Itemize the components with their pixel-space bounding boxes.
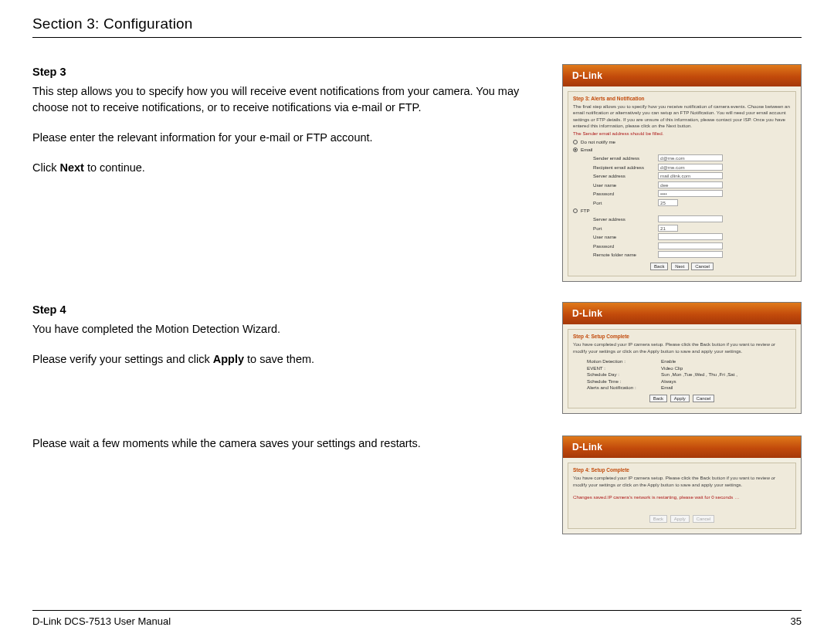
step4-text: Step 4 You have completed the Motion Det… — [32, 302, 548, 414]
step3-screenshot: D-Link Step 3: Alerts and Notification T… — [562, 64, 802, 282]
field-label: User name — [593, 182, 653, 188]
step3-panel: Step 3: Alerts and Notification The fina… — [568, 91, 796, 276]
summary-key: Alerts and Notification : — [587, 385, 655, 390]
brand-logo: D-Link — [572, 442, 602, 452]
cancel-button: Cancel — [693, 515, 715, 523]
field-label: Password — [593, 243, 653, 249]
section-header: Section 3: Configuration — [32, 15, 802, 38]
button-row: Back Next Cancel — [573, 263, 791, 270]
step3-p3: Click Next to continue. — [32, 160, 548, 176]
button-row: Back Apply Cancel — [573, 395, 791, 402]
step4-screenshot: D-Link Step 4: Setup Complete You have c… — [562, 302, 802, 414]
restart-message: Changes saved.IP camera's network is res… — [573, 494, 791, 500]
brand-logo: D-Link — [572, 308, 602, 319]
restart-p1: Please wait a few moments while the came… — [32, 436, 548, 452]
restart-panel: Step 4: Setup Complete You have complete… — [568, 463, 796, 529]
field-label: Server address — [593, 216, 653, 222]
apply-button[interactable]: Apply — [670, 395, 690, 402]
step3-p2: Please enter the relevant information fo… — [32, 130, 548, 146]
recipient-email-input[interactable]: d@me.com — [658, 164, 723, 171]
field-label: Password — [593, 191, 653, 196]
ftp-password-input[interactable] — [658, 242, 723, 249]
brand-bar: D-Link — [563, 303, 801, 324]
back-button[interactable]: Back — [650, 263, 668, 270]
panel-intro: The final step allows you to specify how… — [573, 103, 791, 129]
step3-block: Step 3 This step allows you to specify h… — [32, 64, 802, 282]
email-password-input[interactable]: •••• — [658, 190, 723, 197]
summary-key: Motion Detection : — [587, 358, 655, 364]
radio-icon — [573, 147, 578, 152]
step4-p1: You have completed the Motion Detection … — [32, 321, 548, 337]
restart-text: Please wait a few moments while the came… — [32, 436, 548, 534]
step4-block: Step 4 You have completed the Motion Det… — [32, 302, 802, 414]
field-label: Recipient email address — [593, 164, 653, 170]
summary-value: Enable — [661, 358, 676, 364]
restart-block: Please wait a few moments while the came… — [32, 436, 802, 534]
brand-logo: D-Link — [572, 70, 602, 81]
step4-panel: Step 4: Setup Complete You have complete… — [568, 329, 796, 408]
button-row: Back Apply Cancel — [573, 515, 791, 523]
back-button[interactable]: Back — [649, 395, 667, 402]
summary-value: Video Clip — [661, 365, 683, 371]
next-button[interactable]: Next — [671, 263, 688, 270]
email-group: Sender email addressd@me.com Recipient e… — [579, 154, 791, 206]
field-label: Sender email address — [593, 155, 653, 161]
ftp-port-input[interactable]: 21 — [658, 225, 678, 232]
panel-intro: You have completed your IP camera setup.… — [573, 475, 791, 488]
apply-button: Apply — [670, 515, 690, 523]
summary-value: Always — [661, 378, 676, 384]
opt-ftp[interactable]: FTP — [573, 208, 791, 213]
page-footer: D-Link DCS-7513 User Manual 35 — [32, 610, 802, 627]
step3-text: Step 3 This step allows you to specify h… — [32, 64, 548, 282]
email-user-input[interactable]: dee — [658, 181, 723, 188]
summary-value: Sun ,Mon ,Tue ,Wed , Thu ,Fri ,Sat , — [661, 371, 737, 377]
summary-value: Email — [661, 385, 673, 390]
field-label: Port — [593, 200, 653, 205]
panel-title: Step 4: Setup Complete — [573, 334, 791, 339]
manual-page: Section 3: Configuration Step 3 This ste… — [0, 0, 834, 644]
brand-bar: D-Link — [563, 65, 801, 86]
back-button: Back — [649, 515, 667, 523]
panel-intro: You have completed your IP camera setup.… — [573, 341, 791, 354]
summary-key: EVENT : — [587, 365, 655, 371]
email-port-input[interactable]: 25 — [658, 199, 678, 206]
panel-title: Step 4: Setup Complete — [573, 467, 791, 473]
cancel-button[interactable]: Cancel — [691, 263, 714, 270]
cancel-button[interactable]: Cancel — [693, 395, 715, 402]
step3-label: Step 3 — [32, 66, 66, 78]
footer-right: 35 — [791, 615, 802, 627]
radio-icon — [573, 140, 578, 144]
opt-none[interactable]: Do not notify me — [573, 139, 791, 144]
summary-key: Schedule Time : — [587, 378, 655, 384]
panel-warning: The Sender email address should be fille… — [573, 130, 791, 136]
email-server-input[interactable]: mail.dlink.com — [658, 172, 723, 179]
step3-p1: This step allows you to specify how you … — [32, 83, 548, 116]
step4-label: Step 4 — [32, 303, 66, 316]
ftp-folder-input[interactable] — [658, 251, 723, 258]
sender-email-input[interactable]: d@me.com — [658, 154, 723, 161]
field-label: Port — [593, 225, 653, 231]
ftp-user-input[interactable] — [658, 233, 723, 240]
restart-screenshot: D-Link Step 4: Setup Complete You have c… — [562, 436, 802, 534]
ftp-group: Server address Port21 User name Password… — [579, 215, 791, 258]
step4-p2: Please verify your settings and click Ap… — [32, 351, 548, 368]
radio-icon — [573, 208, 578, 213]
ftp-server-input[interactable] — [658, 215, 723, 222]
summary-key: Schedule Day : — [587, 371, 655, 377]
panel-title: Step 3: Alerts and Notification — [573, 96, 791, 101]
footer-left: D-Link DCS-7513 User Manual — [32, 615, 171, 627]
opt-email[interactable]: Email — [573, 147, 791, 152]
field-label: Server address — [593, 173, 653, 178]
brand-bar: D-Link — [563, 436, 801, 458]
field-label: Remote folder name — [593, 252, 653, 257]
field-label: User name — [593, 234, 653, 239]
